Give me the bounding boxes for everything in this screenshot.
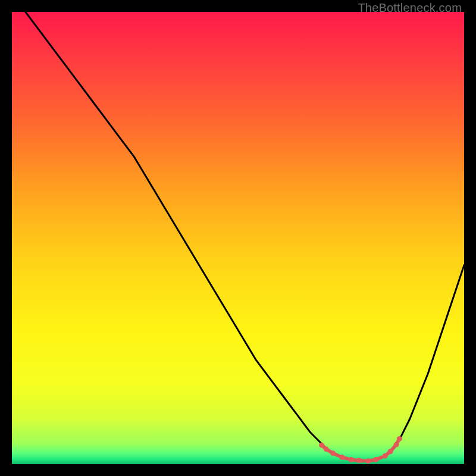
marker-dot: [330, 450, 336, 456]
marker-dot: [324, 446, 329, 452]
marker-dot: [373, 457, 378, 462]
chart-background: [12, 12, 464, 464]
marker-dot: [388, 449, 393, 454]
chart-frame: [12, 12, 464, 464]
marker-dot: [319, 443, 324, 448]
marker-dot: [339, 455, 345, 460]
marker-dot: [394, 442, 399, 447]
marker-dot: [365, 458, 371, 464]
marker-dot: [356, 458, 362, 463]
watermark-text: TheBottleneck.com: [358, 1, 462, 15]
marker-dot: [349, 457, 354, 462]
bottleneck-chart: [12, 12, 464, 464]
marker-dot: [383, 453, 388, 459]
marker-dot: [397, 436, 402, 441]
